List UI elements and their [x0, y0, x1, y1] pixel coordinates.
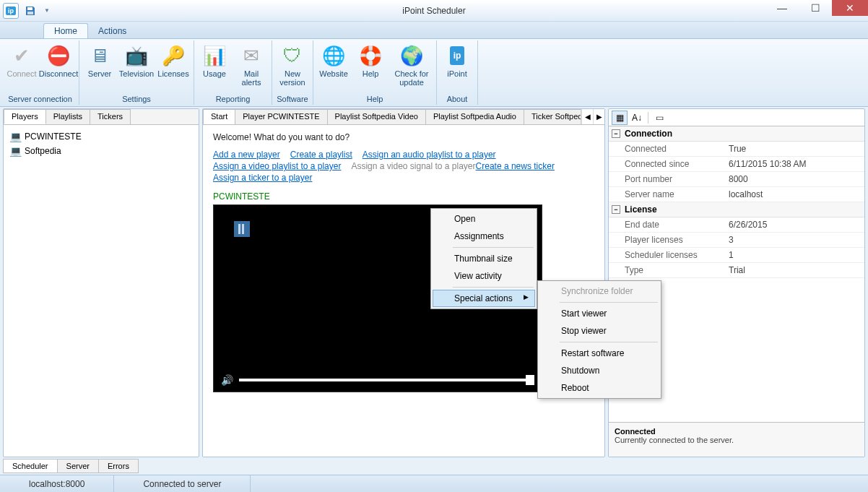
- prop-row[interactable]: Connected since6/11/2015 10:38 AM: [609, 157, 864, 172]
- property-pages-icon[interactable]: ▭: [651, 111, 667, 125]
- menu-item[interactable]: Special actions▶: [433, 290, 535, 307]
- prop-section-header[interactable]: −License: [609, 202, 864, 217]
- ribbon-tab-actions[interactable]: Actions: [88, 24, 136, 38]
- collapse-icon[interactable]: −: [612, 205, 620, 214]
- menu-item[interactable]: Open: [433, 210, 535, 228]
- menu-separator: [453, 247, 534, 248]
- bottom-tab-scheduler[interactable]: Scheduler: [3, 459, 58, 473]
- link-row: Add a new playerCreate a playlistAssign …: [213, 150, 594, 160]
- prop-value: True: [724, 142, 864, 156]
- desc-title: Connected: [615, 427, 859, 436]
- action-link[interactable]: Assign an audio playlist to a player: [363, 150, 496, 160]
- prop-row[interactable]: Port number8000: [609, 172, 864, 187]
- center-tab[interactable]: Playlist Softpedia Video: [327, 109, 426, 124]
- menu-item[interactable]: Shutdown: [539, 362, 659, 379]
- close-button[interactable]: ✕: [832, 0, 868, 16]
- tree-item[interactable]: 💻Softpedia: [9, 144, 193, 158]
- categorize-icon[interactable]: ▦: [612, 111, 628, 125]
- prop-row[interactable]: Player licenses3: [609, 233, 864, 248]
- collapse-icon[interactable]: −: [612, 129, 620, 138]
- context-submenu: Synchronize folderStart viewerStop viewe…: [537, 280, 661, 399]
- window-controls: — ☐ ✕: [765, 0, 868, 16]
- server-button[interactable]: 🖥Server: [82, 42, 118, 93]
- menu-item[interactable]: Start viewer: [539, 305, 659, 322]
- context-menu: OpenAssignmentsThumbnail sizeView activi…: [430, 208, 537, 309]
- tab-tickers[interactable]: Tickers: [90, 109, 131, 124]
- prop-section-header[interactable]: −Connection: [609, 126, 864, 142]
- prop-value: 8000: [724, 172, 864, 186]
- qa-dropdown-icon[interactable]: ▼: [42, 3, 52, 19]
- sort-az-icon[interactable]: A↓: [629, 111, 645, 125]
- prop-value: 3: [724, 233, 864, 247]
- menu-item[interactable]: Stop viewer: [539, 322, 659, 340]
- link-row: Assign a video playlist to a playerAssig…: [213, 161, 594, 171]
- tab-nav-right-icon[interactable]: ▶: [593, 109, 604, 124]
- tab-nav-left-icon[interactable]: ◀: [581, 109, 593, 124]
- button-label: Disconnect: [39, 69, 78, 78]
- group-label: Reporting: [196, 93, 269, 105]
- section-title: License: [625, 204, 657, 215]
- button-label: iPoint: [447, 69, 467, 78]
- prop-row[interactable]: End date6/26/2015: [609, 217, 864, 233]
- action-link[interactable]: Assign a video playlist to a player: [213, 161, 341, 171]
- new-version-icon: 🛡: [281, 44, 304, 67]
- ribbon-group: 🛡New versionSoftware: [272, 40, 313, 105]
- menu-item[interactable]: Assignments: [433, 228, 535, 245]
- progress-handle[interactable]: [526, 375, 534, 385]
- menu-item[interactable]: Restart software: [539, 345, 659, 362]
- volume-icon[interactable]: 🔊: [221, 374, 233, 386]
- maximize-button[interactable]: ☐: [799, 0, 832, 16]
- app-icon[interactable]: ip: [3, 3, 19, 19]
- prop-key: Server name: [609, 187, 724, 202]
- action-link[interactable]: Create a playlist: [290, 150, 352, 160]
- tab-playlists[interactable]: Playlists: [45, 109, 90, 124]
- menu-item[interactable]: Reboot: [539, 379, 659, 397]
- center-tab[interactable]: Start: [203, 109, 235, 124]
- bottom-tabs: Scheduler Server Errors: [3, 459, 138, 473]
- usage-button[interactable]: 📊Usage: [196, 42, 233, 93]
- check-update-icon: 🌍: [400, 44, 423, 67]
- save-icon[interactable]: [20, 3, 40, 19]
- disconnect-button[interactable]: ⛔Disconnect: [40, 42, 77, 93]
- mail-alerts-button[interactable]: ✉Mail alerts: [233, 42, 269, 93]
- new-version-button[interactable]: 🛡New version: [274, 42, 311, 93]
- statusbar: localhost:8000 Connected to server: [0, 475, 868, 492]
- prop-key: Connected since: [609, 157, 724, 171]
- prop-key: End date: [609, 217, 724, 232]
- tab-players[interactable]: Players: [4, 109, 46, 124]
- welcome-text: Welcome! What do you want to do?: [213, 132, 594, 142]
- bottom-tab-server[interactable]: Server: [57, 459, 99, 473]
- prop-row[interactable]: Scheduler licenses1: [609, 248, 864, 263]
- action-link[interactable]: Assign a ticker to a player: [213, 173, 312, 183]
- center-tab[interactable]: Playlist Softpedia Audio: [425, 109, 524, 124]
- mail-alerts-icon: ✉: [240, 44, 263, 67]
- left-panel: Players Playlists Tickers 💻PCWINTESTE💻So…: [3, 108, 199, 457]
- prop-row[interactable]: Server namelocalhost: [609, 187, 864, 202]
- ribbon-tab-home[interactable]: Home: [43, 23, 88, 38]
- action-link[interactable]: Add a new player: [213, 150, 280, 160]
- action-link[interactable]: Create a news ticker: [476, 161, 555, 171]
- menu-item[interactable]: Thumbnail size: [433, 250, 535, 267]
- window-title: iPoint Scheduler: [402, 6, 465, 16]
- help-button[interactable]: 🛟Help: [352, 42, 389, 93]
- licenses-button[interactable]: 🔑Licenses: [155, 42, 191, 93]
- prop-row[interactable]: TypeTrial: [609, 263, 864, 278]
- ipoint-button[interactable]: ipiPoint: [439, 42, 475, 93]
- video-progress[interactable]: [239, 379, 534, 381]
- bottom-tab-errors[interactable]: Errors: [98, 459, 139, 473]
- group-label: About: [439, 93, 475, 105]
- minimize-button[interactable]: —: [765, 0, 799, 16]
- ribbon-group: ipiPointAbout: [437, 40, 478, 105]
- property-description: Connected Currently connected to the ser…: [609, 422, 864, 457]
- tree-item[interactable]: 💻PCWINTESTE: [9, 129, 193, 144]
- check-update-button[interactable]: 🌍Check for update: [389, 42, 434, 93]
- website-button[interactable]: 🌐Website: [316, 42, 352, 93]
- center-tab[interactable]: Player PCWINTESTE: [235, 109, 327, 124]
- button-label: Licenses: [157, 69, 188, 78]
- menu-item[interactable]: View activity: [433, 267, 535, 285]
- video-controls: 🔊: [221, 374, 534, 386]
- action-link: Assign a video signal to a player: [351, 161, 475, 171]
- television-button[interactable]: 📺Television: [118, 42, 155, 93]
- prop-row[interactable]: ConnectedTrue: [609, 142, 864, 157]
- menu-separator: [453, 287, 534, 288]
